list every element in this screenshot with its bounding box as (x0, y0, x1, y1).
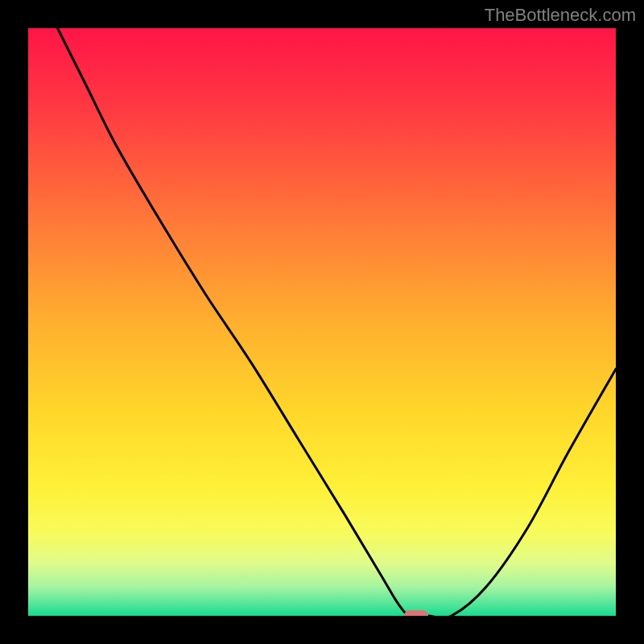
chart-frame: TheBottleneck.com (0, 0, 644, 644)
attribution-text: TheBottleneck.com (485, 5, 636, 26)
plot-area (28, 28, 616, 616)
optimal-marker (404, 610, 428, 616)
bottleneck-curve (28, 28, 616, 616)
